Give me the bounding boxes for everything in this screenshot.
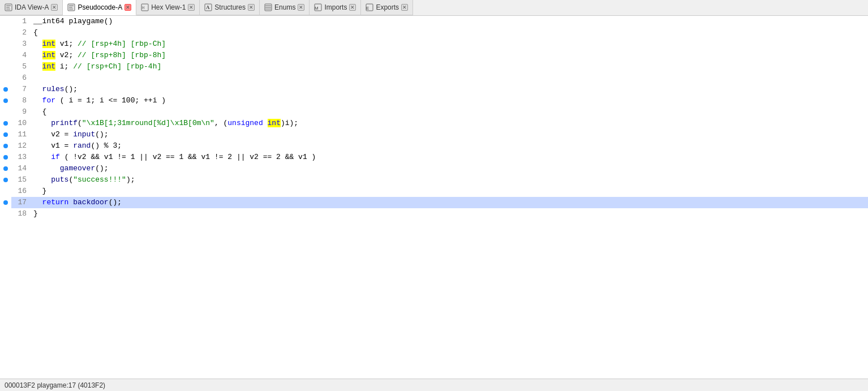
tab-structures[interactable]: A Structures ✕: [200, 0, 260, 15]
hex-view-icon: H: [141, 3, 149, 11]
tab-structures-close[interactable]: ✕: [248, 4, 255, 11]
line-num-6: 6: [11, 72, 31, 84]
code-line-15: 15 puts("success!!!");: [0, 174, 868, 186]
line-content-15: puts("success!!!");: [31, 174, 868, 186]
breakpoint-dot-10: [3, 121, 8, 126]
line-dot-9: [0, 106, 11, 118]
main-content: 1 __int64 playgame() 2 { 3 int v1; // [r…: [0, 16, 868, 379]
breakpoint-dot-15: [3, 178, 8, 182]
tab-hex-view[interactable]: H Hex View-1 ✕: [136, 0, 200, 15]
line-num-14: 14: [11, 163, 31, 174]
line-dot-1: [0, 16, 11, 27]
line-content-11: v2 = input();: [31, 129, 868, 140]
svg-text:M: M: [315, 6, 319, 11]
line-content-5: int i; // [rsp+Ch] [rbp-4h]: [31, 61, 868, 72]
tab-exports-label: Exports: [376, 3, 399, 11]
status-bar: 000013F2 playgame:17 (4013F2): [0, 379, 868, 391]
svg-text:E: E: [366, 6, 369, 11]
line-num-12: 12: [11, 140, 31, 152]
line-num-4: 4: [11, 50, 31, 61]
line-num-7: 7: [11, 84, 31, 95]
line-num-8: 8: [11, 95, 31, 106]
line-num-9: 9: [11, 106, 31, 118]
code-line-7: 7 rules();: [0, 84, 868, 95]
line-num-11: 11: [11, 129, 31, 140]
code-line-6: 6: [0, 72, 868, 84]
line-num-15: 15: [11, 174, 31, 186]
tab-ida-view-close[interactable]: ✕: [51, 4, 58, 11]
tab-imports-close[interactable]: ✕: [349, 4, 356, 11]
code-line-1: 1 __int64 playgame(): [0, 16, 868, 27]
code-line-12: 12 v1 = rand() % 3;: [0, 140, 868, 152]
line-num-16: 16: [11, 186, 31, 197]
breakpoint-dot-12: [3, 144, 8, 148]
tab-pseudocode[interactable]: Pseudocode-A ✕: [63, 0, 136, 15]
line-num-5: 5: [11, 61, 31, 72]
tab-bar: IDA View-A ✕ Pseudocode-A ✕ H Hex View-1…: [0, 0, 868, 16]
code-line-10: 10 printf("\x1B[1;31mround[%d]\x1B[0m\n"…: [0, 118, 868, 129]
code-line-17: 17 return backdoor();: [0, 197, 868, 208]
line-dot-6: [0, 72, 11, 84]
line-dot-13: [0, 152, 11, 163]
code-line-5: 5 int i; // [rsp+Ch] [rbp-4h]: [0, 61, 868, 72]
tab-ida-view-label: IDA View-A: [15, 3, 49, 11]
line-content-17: return backdoor();: [31, 197, 868, 208]
code-line-8: 8 for ( i = 1; i <= 100; ++i ): [0, 95, 868, 106]
line-dot-11: [0, 129, 11, 140]
svg-text:H: H: [142, 6, 144, 10]
line-content-6: [31, 72, 868, 84]
tab-pseudocode-close[interactable]: ✕: [124, 4, 131, 11]
line-num-10: 10: [11, 118, 31, 129]
tab-enums-close[interactable]: ✕: [298, 4, 304, 11]
line-content-8: for ( i = 1; i <= 100; ++i ): [31, 95, 868, 106]
line-content-4: int v2; // [rsp+8h] [rbp-8h]: [31, 50, 868, 61]
line-content-1: __int64 playgame(): [31, 16, 868, 27]
line-dot-10: [0, 118, 11, 129]
line-content-3: int v1; // [rsp+4h] [rbp-Ch]: [31, 38, 868, 50]
tab-structures-label: Structures: [214, 3, 246, 11]
tab-enums[interactable]: Enums ✕: [260, 0, 310, 15]
line-num-18: 18: [11, 208, 31, 220]
code-line-4: 4 int v2; // [rsp+8h] [rbp-8h]: [0, 50, 868, 61]
breakpoint-dot-7: [3, 87, 8, 92]
ida-view-icon: [5, 3, 12, 11]
code-line-16: 16 }: [0, 186, 868, 197]
tab-imports[interactable]: M Imports ✕: [310, 0, 361, 15]
imports-icon: M: [314, 3, 322, 11]
breakpoint-dot-13: [3, 155, 8, 160]
breakpoint-dot-17: [3, 200, 8, 205]
tab-enums-label: Enums: [274, 3, 295, 11]
line-content-10: printf("\x1B[1;31mround[%d]\x1B[0m\n", (…: [31, 118, 868, 129]
tab-hex-view-close[interactable]: ✕: [188, 4, 195, 11]
line-content-18: }: [31, 208, 868, 220]
status-text: 000013F2 playgame:17 (4013F2): [5, 381, 105, 389]
line-content-7: rules();: [31, 84, 868, 95]
breakpoint-dot-11: [3, 132, 8, 137]
code-area[interactable]: 1 __int64 playgame() 2 { 3 int v1; // [r…: [0, 16, 868, 379]
line-dot-2: [0, 27, 11, 38]
line-dot-17: [0, 197, 11, 208]
tab-ida-view[interactable]: IDA View-A ✕: [0, 0, 63, 15]
line-content-14: gameover();: [31, 163, 868, 174]
tab-exports[interactable]: E Exports ✕: [361, 0, 413, 15]
line-dot-14: [0, 163, 11, 174]
line-dot-15: [0, 174, 11, 186]
code-line-2: 2 {: [0, 27, 868, 38]
line-content-9: {: [31, 106, 868, 118]
line-content-12: v1 = rand() % 3;: [31, 140, 868, 152]
line-num-17: 17: [11, 197, 31, 208]
line-dot-4: [0, 50, 11, 61]
line-dot-3: [0, 38, 11, 50]
line-content-2: {: [31, 27, 868, 38]
svg-text:A: A: [206, 5, 210, 10]
line-num-3: 3: [11, 38, 31, 50]
tab-exports-close[interactable]: ✕: [401, 4, 408, 11]
line-dot-12: [0, 140, 11, 152]
tab-pseudocode-label: Pseudocode-A: [78, 3, 122, 11]
exports-icon: E: [366, 3, 373, 11]
line-dot-7: [0, 84, 11, 95]
line-num-1: 1: [11, 16, 31, 27]
pseudocode-icon: [67, 3, 75, 11]
code-line-14: 14 gameover();: [0, 163, 868, 174]
line-content-13: if ( !v2 && v1 != 1 || v2 == 1 && v1 != …: [31, 152, 868, 163]
